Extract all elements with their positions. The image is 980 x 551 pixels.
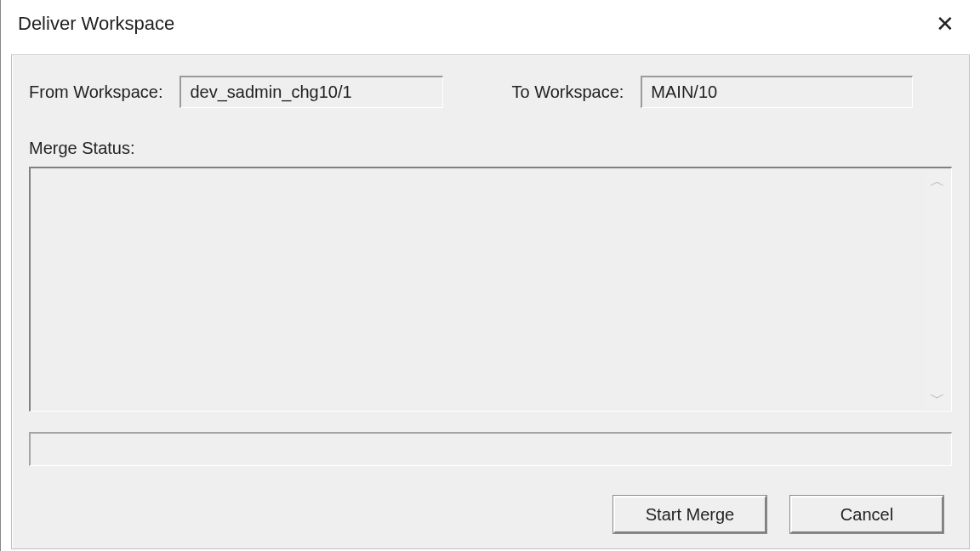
from-workspace-value: dev_sadmin_chg10/1 [190,82,351,102]
deliver-workspace-dialog: Deliver Workspace ✕ From Workspace: dev_… [0,0,980,551]
merge-status-area[interactable]: ︿ ﹀ [29,167,952,412]
progress-bar [29,432,952,466]
from-workspace-label: From Workspace: [29,82,162,102]
scrollbar[interactable]: ︿ ﹀ [926,170,949,409]
workspace-row: From Workspace: dev_sadmin_chg10/1 To Wo… [29,76,952,108]
from-workspace-field: dev_sadmin_chg10/1 [179,76,443,108]
scroll-down-icon[interactable]: ﹀ [930,390,945,406]
to-workspace-label: To Workspace: [511,82,624,102]
start-merge-button[interactable]: Start Merge [613,496,766,533]
dialog-title: Deliver Workspace [18,13,174,35]
cancel-button[interactable]: Cancel [790,496,943,533]
merge-status-label: Merge Status: [29,139,952,158]
to-workspace-value: MAIN/10 [651,82,717,102]
close-icon[interactable]: ✕ [927,9,963,38]
scroll-up-icon[interactable]: ︿ [930,173,945,189]
titlebar: Deliver Workspace ✕ [1,0,980,47]
to-workspace-field: MAIN/10 [641,76,913,108]
button-row: Start Merge Cancel [613,496,943,533]
main-panel: From Workspace: dev_sadmin_chg10/1 To Wo… [11,54,970,549]
